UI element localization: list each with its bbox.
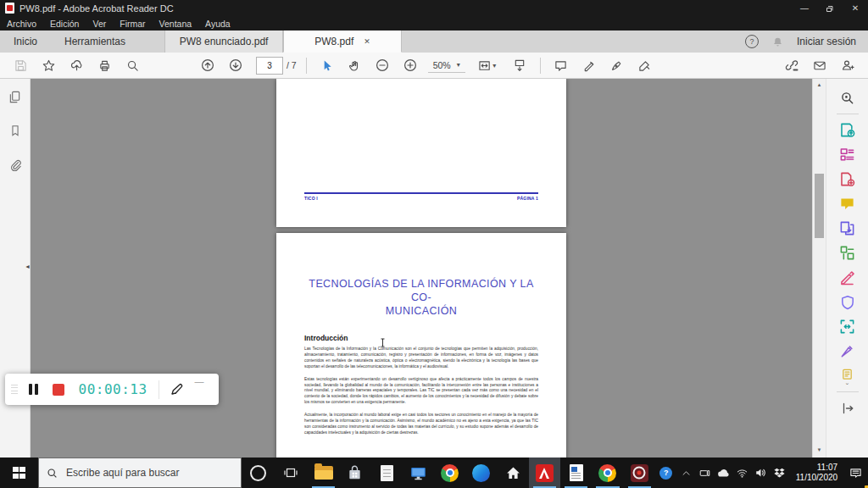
search-icon[interactable] [119, 55, 147, 76]
paragraph-2: Estas tecnologías están experimentando u… [304, 377, 538, 407]
menu-edicion[interactable]: Edición [50, 19, 79, 29]
menu-ventana[interactable]: Ventana [159, 19, 192, 29]
taskbar-app-home[interactable] [498, 458, 529, 488]
select-tool-icon[interactable] [313, 55, 341, 76]
doc-tab-enunciado[interactable]: PW8 enunciado.pdf [164, 30, 283, 53]
menu-ayuda[interactable]: Ayuda [205, 19, 231, 29]
minimize-button[interactable]: — [792, 0, 817, 16]
pause-recording-button[interactable] [29, 384, 38, 395]
screen-recorder-toolbar[interactable]: 00:00:13 — [5, 374, 219, 405]
start-button[interactable] [0, 458, 38, 488]
save-icon[interactable] [7, 55, 35, 76]
taskbar-app-edge[interactable] [465, 458, 497, 488]
taskbar-search-box[interactable] [38, 458, 242, 488]
tray-dropbox[interactable] [771, 467, 789, 479]
section-heading: Introducción [304, 334, 538, 342]
stop-recording-button[interactable] [53, 384, 64, 396]
taskbar-app-chrome[interactable] [434, 458, 465, 488]
sign-pen-icon[interactable] [603, 55, 631, 76]
sign-in-link[interactable]: Iniciar sesión [797, 36, 856, 47]
bookmarks-icon[interactable] [9, 125, 21, 141]
help-icon[interactable]: ? [745, 35, 759, 48]
highlighter-icon[interactable] [575, 55, 603, 76]
organize-pages-icon[interactable] [833, 142, 862, 167]
tab-inicio[interactable]: Inicio [0, 30, 51, 53]
vertical-scrollbar[interactable]: ▲ ▼ [812, 79, 826, 458]
expand-panel-icon[interactable] [833, 396, 862, 420]
tray-volume[interactable] [752, 467, 771, 479]
share-people-icon[interactable] [833, 55, 861, 76]
comment-tool-icon[interactable] [833, 191, 862, 216]
scrollbar-thumb[interactable] [815, 174, 824, 238]
menu-archivo[interactable]: Archivo [7, 19, 36, 29]
next-page-icon[interactable] [221, 55, 249, 76]
scroll-down-arrow[interactable]: ▼ [813, 447, 826, 452]
scroll-up-arrow[interactable]: ▲ [813, 82, 826, 87]
page-number-input[interactable] [256, 57, 283, 75]
previous-page-icon[interactable] [193, 55, 221, 76]
collapse-panel-icon[interactable]: ◄ [25, 263, 31, 269]
tray-onedrive[interactable] [715, 468, 733, 478]
taskbar-app-file-explorer[interactable] [308, 458, 339, 488]
fit-width-icon[interactable]: ▾ [469, 55, 506, 76]
taskbar-clock[interactable]: 11:07 11/10/2020 [789, 463, 843, 483]
edge-icon [472, 464, 490, 482]
minimize-recorder-icon[interactable]: — [195, 374, 204, 386]
taskbar-app-notepad[interactable] [371, 458, 403, 488]
certificates-pen-icon[interactable] [833, 339, 862, 363]
recorder-divider [159, 380, 159, 399]
speaker-icon [754, 467, 767, 479]
combine-files-icon[interactable] [833, 216, 862, 241]
cortana-button[interactable] [242, 458, 275, 488]
taskbar-app-acrobat[interactable] [529, 458, 560, 488]
toolbar-right-group [777, 55, 861, 76]
zoom-out-icon[interactable] [369, 55, 397, 76]
tray-help-lock[interactable]: ? [655, 467, 677, 480]
tray-show-hidden-icons[interactable] [677, 469, 696, 478]
share-upload-icon[interactable] [63, 55, 91, 76]
device-icon [698, 468, 711, 479]
more-tools-icon[interactable]: ⌄ [833, 363, 862, 388]
taskbar-app-microsoft-store[interactable] [339, 458, 370, 488]
doc-tab-pw8[interactable]: PW8.pdf ✕ [283, 30, 402, 53]
export-pdf-icon[interactable] [833, 118, 862, 142]
taskbar-app-display[interactable] [403, 458, 434, 488]
zoom-level-dropdown[interactable]: 50% ▾ [428, 58, 465, 73]
taskbar-app-chrome-2[interactable] [592, 458, 623, 488]
close-button[interactable]: ✕ [843, 0, 868, 16]
notifications-bell-icon[interactable] [772, 36, 783, 47]
tray-device[interactable] [696, 468, 715, 479]
close-tab-icon[interactable]: ✕ [364, 37, 370, 46]
taskbar-app-screen-recorder[interactable] [624, 458, 655, 488]
hand-tool-icon[interactable] [341, 55, 369, 76]
annotate-pen-icon[interactable] [170, 382, 184, 396]
menu-firmar[interactable]: Firmar [120, 19, 145, 29]
taskbar-app-writer[interactable] [560, 458, 592, 488]
print-icon[interactable] [91, 55, 119, 76]
page-scrolling-icon[interactable] [506, 55, 534, 76]
email-icon[interactable] [805, 55, 833, 76]
action-center-icon [849, 467, 862, 480]
share-link-icon[interactable] [777, 55, 805, 76]
find-in-document-icon[interactable] [833, 86, 862, 110]
task-view-button[interactable] [275, 458, 308, 488]
edit-pdf-icon[interactable] [833, 241, 862, 265]
tab-bar: Inicio Herramientas PW8 enunciado.pdf PW… [0, 30, 868, 53]
restore-button[interactable] [817, 0, 843, 16]
fill-and-sign-icon[interactable] [631, 55, 659, 76]
action-center-button[interactable] [843, 467, 868, 480]
fill-and-sign-tool-icon[interactable] [833, 265, 862, 290]
tab-herramientas[interactable]: Herramientas [51, 30, 139, 53]
create-pdf-icon[interactable] [833, 167, 862, 191]
protect-pdf-shield-icon[interactable] [833, 290, 862, 314]
tray-wifi[interactable] [733, 468, 752, 479]
page-thumbnails-icon[interactable] [8, 91, 21, 107]
favorites-star-icon[interactable] [35, 55, 63, 76]
comment-icon[interactable] [547, 55, 575, 76]
zoom-in-icon[interactable] [397, 55, 425, 76]
taskbar-search-input[interactable] [64, 466, 220, 480]
attachments-paperclip-icon[interactable] [8, 158, 21, 175]
drag-handle[interactable] [11, 385, 18, 395]
menu-ver[interactable]: Ver [92, 19, 106, 29]
compress-pdf-icon[interactable] [833, 314, 862, 339]
